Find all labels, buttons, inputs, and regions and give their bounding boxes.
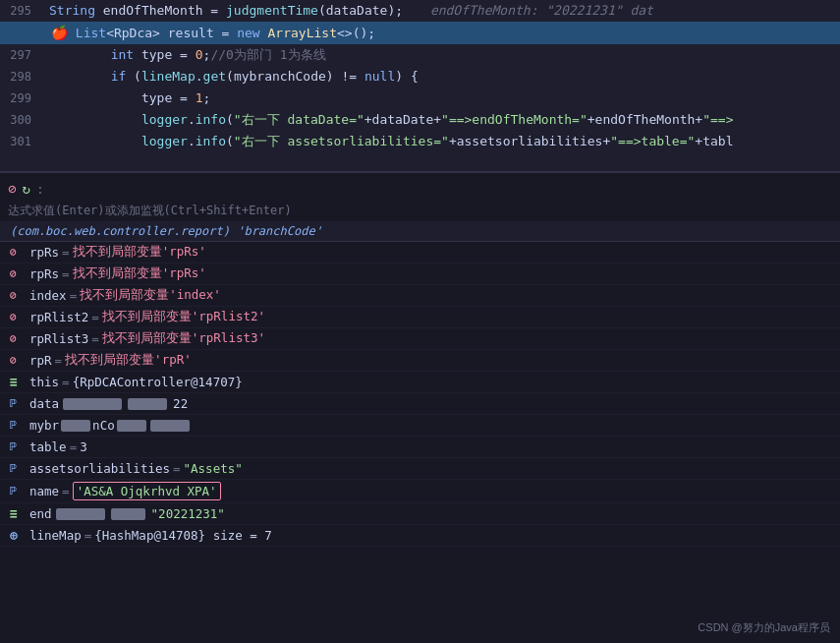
code-line-295: 295 String endOfTheMonth = judgmentTime(…	[0, 0, 840, 22]
var-value-assets: "Assets"	[184, 461, 243, 476]
line-number-298: 298	[0, 66, 41, 88]
var-item-rpRlist3[interactable]: ⊘ rpRlist3 = 找不到局部变量'rpRlist3'	[0, 328, 840, 350]
code-line-298: 298 if (lineMap.get(mybranchCode) != nul…	[0, 66, 840, 88]
var-item-assetsorliabilities[interactable]: ℙ assetsorliabilities = "Assets"	[0, 458, 840, 480]
expand-icon-lineMap[interactable]: ⊕	[10, 528, 26, 543]
code-line-297: 297 int type = 0;//0为部门 1为条线	[0, 44, 840, 66]
var-name-rpRlist3: rpRlist3	[29, 331, 88, 346]
code-content-300: logger.info("右一下 dataDate="+dataDate+"==…	[41, 109, 840, 131]
var-item-rprs-1[interactable]: ⊘ rpRs = 找不到局部变量'rpRs'	[0, 242, 840, 263]
var-name-index: index	[29, 288, 67, 303]
var-value-1: 找不到局部变量'rpRs'	[73, 244, 206, 261]
debug-icon-this: ≡	[10, 375, 26, 389]
var-name-lineMap: lineMap	[29, 528, 82, 543]
code-content-297: int type = 0;//0为部门 1为条线	[41, 44, 840, 66]
error-icon-3: ⊘	[10, 289, 26, 302]
var-name-1: rpRs	[29, 245, 59, 260]
debug-icon-end: ≡	[10, 506, 26, 521]
var-item-lineMap[interactable]: ⊕ lineMap = {HashMap@14708} size = 7	[0, 525, 840, 547]
debug-icon-1[interactable]: ⊘	[8, 181, 16, 197]
var-equals-table: =	[70, 439, 78, 454]
var-name-assets: assetsorliabilities	[29, 461, 170, 476]
var-value-table: 3	[80, 439, 87, 454]
blurred-data-2	[128, 398, 167, 410]
var-name-mybr-co: nCo	[92, 418, 115, 433]
breakpoint-icon: 🍎	[51, 25, 68, 40]
blurred-mybr-1	[61, 420, 90, 432]
code-line-300: 300 logger.info("右一下 dataDate="+dataDate…	[0, 109, 840, 131]
code-content-295: String endOfTheMonth = judgmentTime(data…	[41, 0, 840, 22]
code-line-301: 301 logger.info("右一下 assetsorliabilities…	[0, 131, 840, 152]
var-equals-rpR: =	[55, 353, 63, 368]
code-line-299: 299 type = 1;	[0, 88, 840, 109]
debug-separator: :	[36, 182, 44, 197]
blurred-mybr-2	[117, 420, 146, 432]
var-equals-rpRlist2: =	[91, 310, 99, 324]
blurred-mybr-3	[150, 420, 190, 432]
var-equals-this: =	[62, 375, 70, 389]
var-equals-lineMap: =	[84, 528, 92, 543]
var-equals-rpRlist3: =	[91, 331, 99, 346]
var-equals-2: =	[62, 266, 70, 281]
info-icon-table: ℙ	[10, 440, 26, 453]
var-item-table[interactable]: ℙ table = 3	[0, 437, 840, 458]
var-value-data: 22	[173, 396, 188, 411]
var-value-end: "20221231"	[151, 506, 225, 521]
line-number-300: 300	[0, 109, 41, 131]
error-icon-6: ⊘	[10, 354, 26, 367]
debugger-toolbar-section: ⊘ ↻ : 达式求值(Enter)或添加监视(Ctrl+Shift+Enter)	[0, 172, 840, 221]
error-icon-1: ⊘	[10, 246, 26, 259]
var-value-2: 找不到局部变量'rpRs'	[73, 265, 206, 282]
var-value-rpRlist2: 找不到局部变量'rpRlist2'	[102, 309, 265, 325]
var-name-rpR: rpR	[29, 353, 52, 368]
blurred-data-1	[63, 398, 122, 410]
var-value-lineMap: {HashMap@14708} size = 7	[94, 528, 272, 543]
var-item-name[interactable]: ℙ name = 'AS&A Ojqkrhvd XPA'	[0, 480, 840, 503]
var-item-index[interactable]: ⊘ index = 找不到局部变量'index'	[0, 285, 840, 307]
code-content-299: type = 1;	[41, 88, 840, 109]
code-content-301: logger.info("右一下 assetsorliabilities="+a…	[41, 131, 840, 152]
code-content-298: if (lineMap.get(mybranchCode) != null) {	[41, 66, 840, 88]
debug-icon-2[interactable]: ↻	[22, 181, 29, 197]
var-item-this[interactable]: ≡ this = {RpDCAController@14707}	[0, 372, 840, 393]
var-value-this: {RpDCAController@14707}	[73, 375, 243, 389]
var-value-rpR: 找不到局部变量'rpR'	[65, 352, 192, 369]
var-equals-index: =	[70, 288, 78, 303]
var-item-rprs-2[interactable]: ⊘ rpRs = 找不到局部变量'rpRs'	[0, 263, 840, 285]
expression-bar: 达式求值(Enter)或添加监视(Ctrl+Shift+Enter)	[0, 199, 840, 223]
var-name-rpRlist2: rpRlist2	[29, 310, 88, 324]
var-item-data[interactable]: ℙ data 22	[0, 393, 840, 415]
var-value-index: 找不到局部变量'index'	[80, 287, 221, 304]
variables-header: (com.boc.web.controller.report) 'branchC…	[0, 221, 840, 242]
var-equals-1: =	[62, 245, 70, 260]
var-value-rpRlist3: 找不到局部变量'rpRlist3'	[102, 330, 265, 347]
code-editor: 295 String endOfTheMonth = judgmentTime(…	[0, 0, 840, 172]
var-item-end[interactable]: ≡ end "20221231"	[0, 503, 840, 525]
var-item-rpRlist2[interactable]: ⊘ rpRlist2 = 找不到局部变量'rpRlist2'	[0, 307, 840, 328]
debugger-toolbar: ⊘ ↻ :	[0, 179, 840, 199]
line-number-296	[0, 22, 41, 44]
var-value-name: 'AS&A Ojqkrhvd XPA'	[73, 482, 221, 500]
var-name-data: data	[29, 396, 59, 411]
code-line-296: 🍎 List<RpDca> result = new ArrayList<>()…	[0, 22, 840, 44]
error-icon-2: ⊘	[10, 267, 26, 280]
var-item-mybr[interactable]: ℙ mybr nCo	[0, 415, 840, 437]
var-name-2: rpRs	[29, 266, 59, 281]
var-name-end: end	[29, 506, 52, 521]
variables-header-text: (com.boc.web.controller.report) 'branchC…	[10, 224, 322, 238]
var-equals-assets: =	[173, 461, 181, 476]
var-equals-name: =	[62, 484, 70, 498]
var-item-rpR[interactable]: ⊘ rpR = 找不到局部变量'rpR'	[0, 350, 840, 372]
info-icon-mybr: ℙ	[10, 419, 26, 432]
info-icon-name: ℙ	[10, 485, 26, 497]
error-icon-4: ⊘	[10, 311, 26, 323]
info-icon-assets: ℙ	[10, 462, 26, 475]
line-number-301: 301	[0, 131, 41, 152]
var-name-this: this	[29, 375, 59, 389]
watermark: CSDN @努力的Java程序员	[698, 620, 830, 635]
var-name-name: name	[29, 484, 59, 498]
line-number-295: 295	[0, 0, 41, 22]
blurred-end-1	[56, 508, 105, 520]
error-icon-5: ⊘	[10, 332, 26, 345]
expression-hint-text: 达式求值(Enter)或添加监视(Ctrl+Shift+Enter)	[8, 204, 292, 217]
